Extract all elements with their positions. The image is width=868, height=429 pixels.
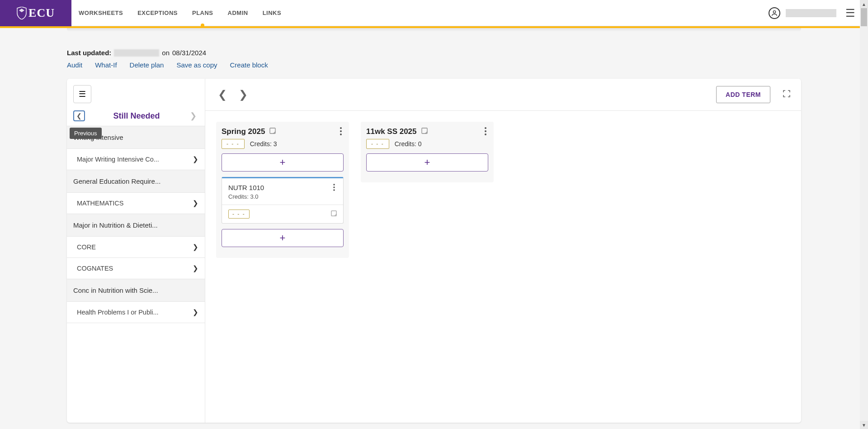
plus-icon: +: [425, 157, 430, 168]
svg-point-11: [485, 130, 486, 132]
nav-plans[interactable]: PLANS: [185, 0, 221, 25]
sidebar-title-row: ❮ Still Needed ❯ Previous: [67, 108, 205, 126]
req-group-header: Conc in Nutrition with Scie...: [67, 279, 205, 302]
terms-area: ❮ ❯ ADD TERM Spring 2025: [205, 79, 801, 423]
action-audit[interactable]: Audit: [67, 61, 82, 69]
status-badge: - - -: [222, 139, 245, 149]
term-credits: Credits: 3: [250, 140, 277, 148]
svg-point-12: [485, 133, 486, 135]
chevron-right-icon: ❯: [193, 155, 198, 163]
svg-point-2: [340, 127, 342, 129]
last-updated-label: Last updated:: [67, 49, 111, 57]
scroll-track[interactable]: [860, 8, 868, 421]
svg-point-6: [333, 186, 335, 188]
sidebar-title: Still Needed: [113, 111, 160, 121]
last-updated-date: 08/31/2024: [172, 49, 206, 57]
user-name-redacted: [786, 9, 836, 17]
note-icon[interactable]: [421, 128, 428, 136]
svg-point-3: [340, 130, 342, 132]
req-group-header: Major in Nutrition & Dieteti...: [67, 214, 205, 237]
term-credits: Credits: 0: [395, 140, 422, 148]
menu-icon[interactable]: ☰: [842, 7, 859, 19]
term-title: 11wk SS 2025: [366, 127, 417, 136]
term-menu-button[interactable]: [338, 127, 344, 137]
scroll-down-icon[interactable]: ▼: [860, 421, 868, 429]
nav-links[interactable]: LINKS: [255, 0, 289, 25]
req-item-label: COGNATES: [77, 265, 113, 272]
page-scrollbar[interactable]: ▲ ▼: [860, 0, 868, 429]
req-item-label: Major Writing Intensive Co...: [77, 156, 159, 163]
sidebar-next-button[interactable]: ❯: [188, 111, 198, 121]
scroll-up-icon[interactable]: ▲: [860, 0, 868, 8]
svg-point-7: [333, 189, 335, 191]
chevron-right-icon: ❯: [193, 308, 198, 316]
terms-next-button[interactable]: ❯: [237, 86, 250, 103]
action-create-block[interactable]: Create block: [230, 61, 268, 69]
course-menu-button[interactable]: [331, 184, 337, 193]
action-save-as-copy[interactable]: Save as copy: [176, 61, 217, 69]
updated-by-redacted: [114, 49, 159, 57]
terms-row: Spring 2025 - - - Credits: 3: [205, 111, 801, 269]
previous-tooltip: Previous: [70, 128, 102, 139]
add-course-slot[interactable]: +: [222, 229, 344, 247]
requirements-list[interactable]: Writing Intensive Major Writing Intensiv…: [67, 126, 205, 423]
plus-icon: +: [280, 157, 286, 168]
shield-icon: [17, 7, 27, 19]
chevron-right-icon: ❯: [193, 243, 198, 251]
card-shadow-strip: [67, 28, 801, 32]
term-menu-button[interactable]: [483, 127, 488, 137]
planner-panel: ☰ ❮ Still Needed ❯ Previous Writing Inte…: [67, 79, 801, 423]
topbar-right: ☰: [769, 7, 868, 19]
req-item-label: MATHEMATICS: [77, 200, 123, 207]
last-updated-row: Last updated: on 08/31/2024: [67, 49, 868, 57]
status-badge: - - -: [228, 210, 250, 219]
req-item[interactable]: Health Problems I or Publi... ❯: [67, 302, 205, 323]
chevron-right-icon: ❯: [193, 199, 198, 207]
sidebar-prev-button[interactable]: ❮: [73, 110, 85, 121]
svg-point-0: [773, 10, 775, 13]
nav-admin[interactable]: ADMIN: [221, 0, 255, 25]
term-column: Spring 2025 - - - Credits: 3: [216, 122, 349, 258]
svg-point-10: [485, 127, 486, 129]
course-card[interactable]: NUTR 1010 Credits: 3.0 - - -: [222, 177, 344, 224]
chevron-right-icon: ❯: [193, 264, 198, 272]
brand-text: ECU: [28, 6, 55, 20]
main-nav: WORKSHEETS EXCEPTIONS PLANS ADMIN LINKS: [71, 0, 288, 25]
on-text: on: [162, 49, 170, 57]
action-delete-plan[interactable]: Delete plan: [130, 61, 164, 69]
req-item[interactable]: COGNATES ❯: [67, 258, 205, 279]
user-icon[interactable]: [769, 7, 780, 19]
nav-worksheets[interactable]: WORKSHEETS: [71, 0, 130, 25]
still-needed-sidebar: ☰ ❮ Still Needed ❯ Previous Writing Inte…: [67, 79, 205, 423]
req-item[interactable]: MATHEMATICS ❯: [67, 193, 205, 214]
add-term-button[interactable]: ADD TERM: [716, 86, 770, 103]
top-navigation-bar: ECU WORKSHEETS EXCEPTIONS PLANS ADMIN LI…: [0, 0, 868, 26]
add-course-slot[interactable]: +: [222, 153, 344, 172]
plan-actions: Audit What-If Delete plan Save as copy C…: [67, 61, 868, 69]
course-credits: Credits: 3.0: [228, 193, 264, 200]
expand-icon[interactable]: [783, 90, 790, 99]
status-badge: - - -: [366, 139, 389, 149]
svg-point-5: [333, 184, 335, 186]
brand-logo[interactable]: ECU: [0, 0, 71, 26]
plus-icon: +: [280, 232, 286, 244]
note-icon[interactable]: [331, 210, 337, 218]
req-item-label: Health Problems I or Publi...: [77, 309, 159, 316]
note-icon[interactable]: [269, 128, 276, 136]
req-item[interactable]: Major Writing Intensive Co... ❯: [67, 149, 205, 170]
req-group-header: General Education Require...: [67, 170, 205, 193]
action-what-if[interactable]: What-If: [95, 61, 117, 69]
term-title: Spring 2025: [222, 127, 265, 136]
nav-exceptions[interactable]: EXCEPTIONS: [130, 0, 185, 25]
terms-toolbar: ❮ ❯ ADD TERM: [205, 79, 801, 111]
req-item[interactable]: CORE ❯: [67, 237, 205, 258]
add-course-slot[interactable]: +: [366, 153, 488, 172]
req-item-label: CORE: [77, 243, 96, 251]
svg-point-4: [340, 133, 342, 135]
course-name: NUTR 1010: [228, 184, 264, 191]
terms-prev-button[interactable]: ❮: [216, 86, 229, 103]
sidebar-menu-button[interactable]: ☰: [73, 85, 91, 103]
term-column: 11wk SS 2025 - - - Credits: 0: [361, 122, 494, 182]
scroll-thumb[interactable]: [861, 8, 867, 26]
